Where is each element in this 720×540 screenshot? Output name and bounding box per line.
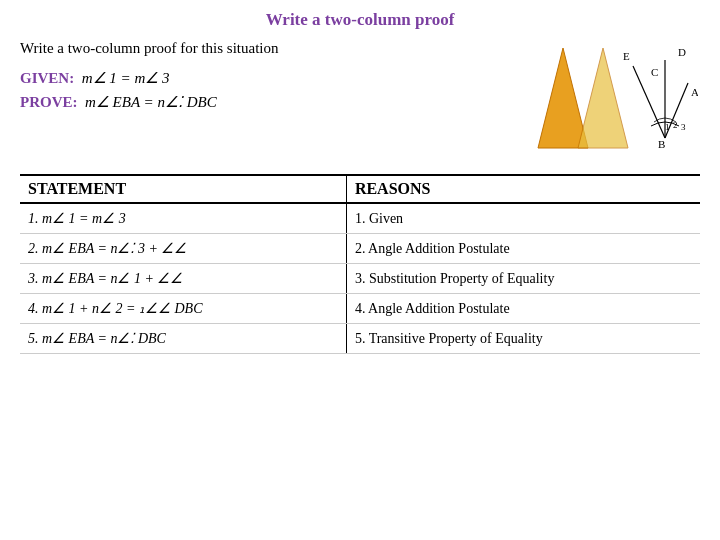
left-section: Write a two-column proof for this situat… bbox=[20, 38, 490, 117]
statement-cell: 4. m∠ 1 + n∠ 2 = ₁∠∠ DBC bbox=[20, 294, 346, 324]
svg-line-2 bbox=[633, 66, 665, 138]
point-e-label: E bbox=[623, 50, 630, 62]
svg-marker-1 bbox=[578, 48, 628, 148]
table-row: 1. m∠ 1 = m∠ 31. Given bbox=[20, 203, 700, 234]
proof-table: STATEMENT REASONS 1. m∠ 1 = m∠ 31. Given… bbox=[20, 174, 700, 354]
intro-text: Write a two-column proof for this situat… bbox=[20, 38, 490, 59]
reason-cell: 2. Angle Addition Postulate bbox=[346, 234, 700, 264]
page: Write a two-column proof Write a two-col… bbox=[0, 0, 720, 540]
angle-label-3: 3 bbox=[681, 122, 686, 132]
svg-marker-0 bbox=[538, 48, 588, 148]
table-row: 2. m∠ EBA = n∠⁚ 3 + ∠∠2. Angle Addition … bbox=[20, 234, 700, 264]
point-a-label: A bbox=[691, 86, 698, 98]
main-title: Write a two-column proof bbox=[20, 10, 700, 30]
reason-cell: 1. Given bbox=[346, 203, 700, 234]
given-keyword: GIVEN: bbox=[20, 70, 74, 86]
table-row: 4. m∠ 1 + n∠ 2 = ₁∠∠ DBC4. Angle Additio… bbox=[20, 294, 700, 324]
point-d-label: D bbox=[678, 46, 686, 58]
table-row: 5. m∠ EBA = n∠⁚ DBC5. Transitive Propert… bbox=[20, 324, 700, 354]
reason-cell: 4. Angle Addition Postulate bbox=[346, 294, 700, 324]
statement-cell: 3. m∠ EBA = n∠ 1 + ∠∠ bbox=[20, 264, 346, 294]
angle-label-1: 1 bbox=[665, 122, 670, 132]
diagram-svg: E D C A B 1 2 3 bbox=[503, 38, 698, 168]
point-b-label: B bbox=[658, 138, 665, 150]
statement-header: STATEMENT bbox=[20, 175, 346, 203]
given-line: GIVEN: m∠ 1 = m∠ 3 bbox=[20, 69, 490, 87]
reasons-header: REASONS bbox=[346, 175, 700, 203]
prove-line: PROVE: m∠ EBA = n∠⁚ DBC bbox=[20, 93, 490, 111]
statement-cell: 1. m∠ 1 = m∠ 3 bbox=[20, 203, 346, 234]
table-row: 3. m∠ EBA = n∠ 1 + ∠∠3. Substitution Pro… bbox=[20, 264, 700, 294]
prove-math: m∠ EBA = n∠⁚ DBC bbox=[85, 94, 217, 110]
content-area: Write a two-column proof for this situat… bbox=[20, 38, 700, 168]
prove-keyword: PROVE: bbox=[20, 94, 78, 110]
given-math: m∠ 1 = m∠ 3 bbox=[82, 70, 170, 86]
diagram: E D C A B 1 2 3 bbox=[500, 38, 700, 168]
reason-cell: 3. Substitution Property of Equality bbox=[346, 264, 700, 294]
point-c-label: C bbox=[651, 66, 658, 78]
reason-cell: 5. Transitive Property of Equality bbox=[346, 324, 700, 354]
statement-cell: 5. m∠ EBA = n∠⁚ DBC bbox=[20, 324, 346, 354]
statement-cell: 2. m∠ EBA = n∠⁚ 3 + ∠∠ bbox=[20, 234, 346, 264]
